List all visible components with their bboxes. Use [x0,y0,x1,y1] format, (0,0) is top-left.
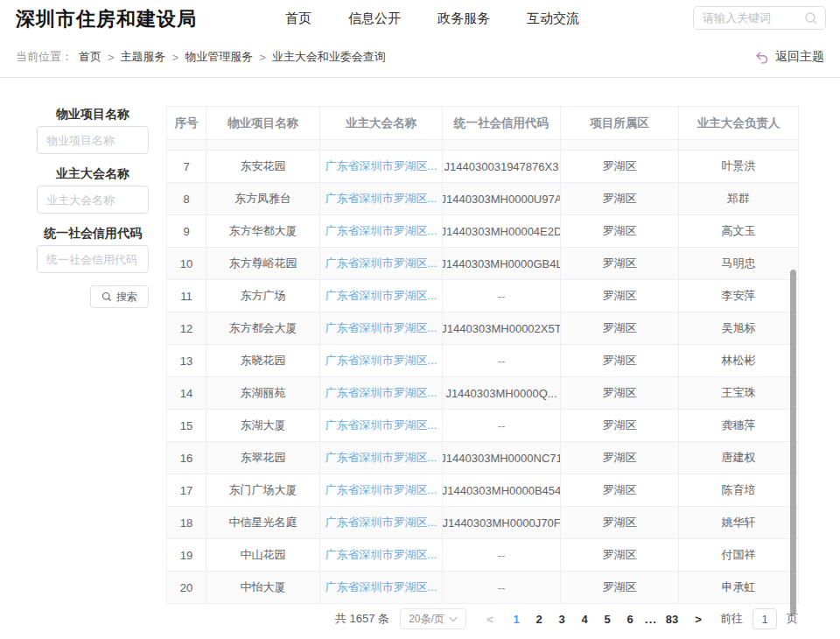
partial-row-cell [679,140,798,150]
assembly-link[interactable]: 广东省深圳市罗湖区... [320,474,443,506]
header-search-input[interactable] [701,11,804,25]
table-row: 14东湖丽苑广东省深圳市罗湖区...J1440303MH0000Q...罗湖区王… [167,377,798,410]
assembly-link[interactable]: 广东省深圳市罗湖区... [320,248,443,279]
column-header-5: 业主大会负责人 [679,107,798,139]
cell-code: J1440303MH0000GB4L [443,248,561,279]
project-name-input[interactable] [37,126,149,154]
assembly-link[interactable]: 广东省深圳市罗湖区... [320,539,443,571]
pagination-total: 共 1657 条 [335,611,389,627]
prev-page-button[interactable]: < [480,613,500,626]
nav-item-0[interactable]: 首页 [285,11,312,27]
page-number-1[interactable]: 1 [505,613,528,626]
breadcrumb-prefix: 当前位置： [16,49,73,65]
cell-seq: 18 [167,507,206,538]
cell-code: J1440303MH0000NC71 [443,442,561,474]
cell-project: 东湖大厦 [206,410,320,441]
assembly-link[interactable]: 广东省深圳市罗湖区... [320,442,443,474]
cell-seq: 19 [167,539,206,571]
goto-page-input[interactable] [752,608,777,629]
nav-item-1[interactable]: 信息公开 [348,11,401,27]
breadcrumb-item-1[interactable]: 主题服务 [121,49,166,65]
magnifier-icon [102,291,112,302]
table-row: 7东安花园广东省深圳市罗湖区...J144030031947876X3罗湖区叶景… [167,151,798,183]
filter-label-credit-code: 统一社会信用代码 [37,226,149,240]
breadcrumb-bar: 当前位置： 首页>主题服务>物业管理服务>业主大会和业委会查询 返回主题 [0,37,840,78]
cell-code: J1440303MH00004E2D [443,215,561,247]
vertical-scrollbar-thumb[interactable] [790,270,796,614]
assembly-link[interactable]: 广东省深圳市罗湖区... [320,410,443,441]
nav-item-2[interactable]: 政务服务 [438,11,490,27]
cell-person: 申承虹 [679,572,798,603]
assembly-link[interactable]: 广东省深圳市罗湖区... [320,183,443,214]
cell-district: 罗湖区 [561,215,679,247]
next-page-button[interactable]: > [689,613,708,626]
assembly-link[interactable]: 广东省深圳市罗湖区... [320,507,443,538]
cell-seq: 8 [167,183,206,214]
cell-district: 罗湖区 [561,280,679,312]
page-ellipsis[interactable]: ... [641,613,661,626]
cell-district: 罗湖区 [561,410,679,441]
assembly-link[interactable]: 广东省深圳市罗湖区... [320,377,443,409]
table-row: 19中山花园广东省深圳市罗湖区...--罗湖区付国祥 [167,539,798,572]
cell-district: 罗湖区 [561,377,679,409]
search-button[interactable]: 搜索 [90,285,149,308]
nav-item-3[interactable]: 互动交流 [527,11,579,27]
cell-code: J1440303MH00002X5T [443,312,561,344]
cell-project: 东晓花园 [206,345,320,376]
page-number-3[interactable]: 3 [550,613,573,626]
cell-district: 罗湖区 [561,442,679,474]
partial-row-cell [206,140,320,150]
assembly-link[interactable]: 广东省深圳市罗湖区... [320,151,443,182]
cell-seq: 20 [167,572,206,603]
cell-person: 林松彬 [679,345,798,376]
page-number-5[interactable]: 5 [596,613,619,626]
page-number-6[interactable]: 6 [619,613,641,626]
search-icon[interactable] [804,11,818,25]
page-number-2[interactable]: 2 [528,613,550,626]
cell-seq: 9 [167,215,206,247]
cell-code: -- [443,345,561,376]
cell-person: 郑群 [679,183,798,214]
cell-project: 东方广场 [206,280,320,312]
cell-person: 王宝珠 [679,377,798,409]
page-size-select[interactable]: 20条/页 [400,608,466,629]
breadcrumb-separator: > [259,51,266,64]
cell-code: -- [443,572,561,603]
table-row: 13东晓花园广东省深圳市罗湖区...--罗湖区林松彬 [167,345,798,377]
cell-person: 唐建权 [679,442,798,474]
breadcrumb-item-2[interactable]: 物业管理服务 [185,49,253,65]
cell-person: 陈育培 [679,474,798,506]
cell-code: J1440303MH0000J70F [443,507,561,538]
breadcrumb: 当前位置： 首页>主题服务>物业管理服务>业主大会和业委会查询 [16,37,386,77]
goto-unit-label: 页 [787,611,798,627]
assembly-link[interactable]: 广东省深圳市罗湖区... [320,312,443,344]
assembly-link[interactable]: 广东省深圳市罗湖区... [320,215,443,247]
cell-project: 东安花园 [206,151,320,182]
page-number-4[interactable]: 4 [573,613,596,626]
breadcrumb-separator: > [172,51,179,64]
page-size-value: 20条/页 [409,612,444,627]
credit-code-input[interactable] [37,245,149,273]
column-header-0: 序号 [167,107,206,139]
page-number-83[interactable]: 83 [661,613,683,626]
table-row: 18中信星光名庭广东省深圳市罗湖区...J1440303MH0000J70F罗湖… [167,507,798,539]
cell-project: 中怡大厦 [206,572,320,603]
column-header-2: 业主大会名称 [320,107,443,139]
cell-person: 吴旭标 [679,312,798,344]
cell-seq: 10 [167,248,206,279]
assembly-link[interactable]: 广东省深圳市罗湖区... [320,572,443,603]
cell-district: 罗湖区 [561,507,679,538]
cell-person: 李安萍 [679,280,798,312]
cell-person: 龚穗萍 [679,410,798,441]
breadcrumb-item-3[interactable]: 业主大会和业委会查询 [272,49,386,65]
assembly-link[interactable]: 广东省深圳市罗湖区... [320,345,443,376]
cell-seq: 12 [167,312,206,344]
breadcrumb-item-0[interactable]: 首页 [79,49,102,65]
back-to-topic-link[interactable]: 返回主题 [755,37,824,77]
cell-district: 罗湖区 [561,248,679,279]
cell-project: 东方华都大厦 [206,215,320,247]
header-search-box[interactable] [693,6,826,30]
partial-row-cell [561,140,679,150]
assembly-name-input[interactable] [37,186,149,214]
assembly-link[interactable]: 广东省深圳市罗湖区... [320,280,443,312]
